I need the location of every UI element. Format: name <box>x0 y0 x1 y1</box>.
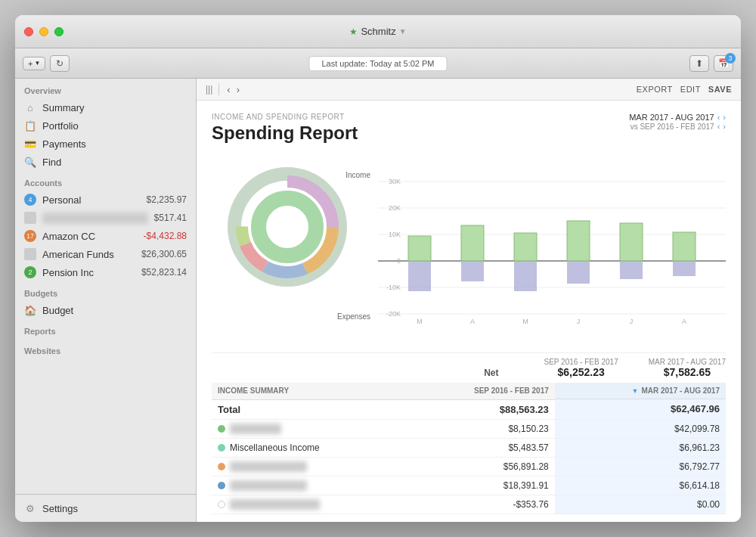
sidebar-item-portfolio[interactable]: 📋 Portfolio <box>15 116 196 135</box>
income-label: Income <box>345 171 370 179</box>
payments-icon: 💳 <box>24 138 36 150</box>
net-period1-label: SEP 2016 - FEB 2017 <box>544 358 618 366</box>
nav-forward-button[interactable]: › <box>235 84 241 95</box>
minimize-button[interactable] <box>39 27 48 36</box>
nav-back-button[interactable]: ‹ <box>225 84 231 95</box>
settings-label: Settings <box>42 503 187 514</box>
sidebar-item-account[interactable]: 2 Pension Inc $52,823.14 <box>15 263 196 281</box>
refresh-button[interactable]: ↻ <box>50 55 70 72</box>
svg-rect-30 <box>673 232 696 261</box>
svg-text:-10K: -10K <box>386 284 401 291</box>
total-period1: $88,563.23 <box>407 399 555 419</box>
donut-chart: Income Expenses <box>212 159 363 340</box>
content-toolbar-left: ||| ‹ › <box>206 83 241 95</box>
summary-icon: ⌂ <box>24 101 36 113</box>
title-chevron: ▼ <box>399 27 407 36</box>
period2-cell: $6,614.18 <box>555 476 726 495</box>
account-value: $52,823.14 <box>141 267 187 278</box>
period2-cell: $6,961.23 <box>555 438 726 457</box>
report-title-block: INCOME AND SPENDING REPORT Spending Repo… <box>212 113 358 151</box>
svg-point-7 <box>268 207 307 247</box>
sidebar-item-account[interactable]: 4 Personal $2,235.97 <box>15 191 196 209</box>
sidebar-item-settings[interactable]: ⚙ Settings <box>24 502 187 514</box>
save-button[interactable]: SAVE <box>708 85 732 94</box>
income-table-body: Total $88,563.23 $62,467.96 ████████ $8,… <box>212 399 726 514</box>
main-content: Overview ⌂ Summary 📋 Portfolio 💳 Payment… <box>15 79 741 522</box>
date-back-button[interactable]: ‹ <box>717 113 720 122</box>
account-name: American Funds <box>42 249 135 260</box>
svg-rect-34 <box>514 261 537 291</box>
export-button[interactable]: EXPORT <box>637 85 673 94</box>
category-label: ████████████ <box>230 480 307 491</box>
upload-icon: ⬆ <box>696 58 703 69</box>
date-forward-button[interactable]: › <box>723 113 726 122</box>
expenses-label: Expenses <box>337 312 370 321</box>
svg-rect-26 <box>567 221 590 261</box>
reports-section-label: Reports <box>15 319 196 339</box>
donut-svg <box>219 159 355 295</box>
period2-cell: $42,099.78 <box>555 419 726 438</box>
net-period1-value: $6,252.23 <box>544 366 618 378</box>
sidebar-item-account[interactable]: American Funds $26,300.65 <box>15 245 196 263</box>
period2-cell: $6,792.77 <box>555 457 726 476</box>
net-row: Net SEP 2016 - FEB 2017 $6,252.23 MAR 20… <box>212 353 726 383</box>
svg-text:J: J <box>630 318 634 325</box>
sidebar-item-summary[interactable]: ⌂ Summary <box>15 98 196 116</box>
edit-button[interactable]: EDIT <box>680 85 701 94</box>
svg-text:20K: 20K <box>389 204 401 212</box>
account-name: Amazon CC <box>42 231 138 242</box>
account-icon <box>24 248 36 260</box>
close-button[interactable] <box>24 27 33 36</box>
date-range: MAR 2017 - AUG 2017 ‹ › vs SEP 2016 - FE… <box>629 113 726 131</box>
sidebar-item-account[interactable]: ██████████ $517.41 <box>15 209 196 227</box>
account-value: $2,235.97 <box>147 194 187 205</box>
zoom-button[interactable] <box>54 27 64 36</box>
sidebar-item-account[interactable]: 17 Amazon CC -$4,432.88 <box>15 227 196 245</box>
svg-text:J: J <box>577 318 581 325</box>
period1-cell: $5,483.57 <box>407 438 555 457</box>
summary-label: Summary <box>42 102 187 113</box>
window-title: ★ Schmitz ▼ <box>349 26 406 37</box>
window-title-text: Schmitz <box>361 26 395 37</box>
total-label: Total <box>212 399 407 419</box>
last-update-text: Last update: Today at 5:02 PM <box>321 59 434 68</box>
report-area: INCOME AND SPENDING REPORT Spending Repo… <box>197 101 741 522</box>
vs-date-forward-button[interactable]: › <box>723 122 726 131</box>
chart-section: Income Expenses <box>212 159 726 340</box>
category-cell: ████████████ <box>212 476 407 495</box>
svg-rect-36 <box>620 261 643 279</box>
svg-text:10K: 10K <box>389 231 401 238</box>
payments-label: Payments <box>42 138 187 150</box>
find-icon: 🔍 <box>24 156 36 168</box>
account-name: ██████████ <box>42 213 148 224</box>
vs-date-back-button[interactable]: ‹ <box>717 122 720 131</box>
accounts-list: 4 Personal $2,235.97 ██████████ $517.41 … <box>15 191 196 281</box>
sidebar-item-budget[interactable]: 🏠 Budget <box>15 301 196 319</box>
category-dot <box>218 425 225 433</box>
net-label: Net <box>484 368 498 378</box>
sidebar-item-find[interactable]: 🔍 Find <box>15 153 196 171</box>
svg-rect-24 <box>514 233 537 261</box>
accounts-section-label: Accounts <box>15 171 196 191</box>
net-period1: SEP 2016 - FEB 2017 $6,252.23 <box>544 358 618 378</box>
svg-text:A: A <box>470 318 475 325</box>
app-toolbar: + ▼ ↻ Last update: Today at 5:02 PM ⬆ 📅 … <box>15 48 741 79</box>
sidebar-item-payments[interactable]: 💳 Payments <box>15 135 196 153</box>
table-row: ████████ $8,150.23 $42,099.78 <box>212 419 726 438</box>
svg-rect-32 <box>408 261 431 291</box>
table-row: Total $88,563.23 $62,467.96 <box>212 399 726 419</box>
category-label: ████████ <box>230 424 281 434</box>
content-toolbar: ||| ‹ › EXPORT EDIT SAVE <box>197 79 741 101</box>
svg-rect-33 <box>461 261 484 281</box>
add-button[interactable]: + ▼ <box>23 57 45 70</box>
table-row: ████████████ $18,391.91 $6,614.18 <box>212 476 726 495</box>
content-area: ||| ‹ › EXPORT EDIT SAVE INCOME AND SPEN… <box>197 79 741 522</box>
titlebar: ★ Schmitz ▼ <box>15 15 741 48</box>
calendar-button[interactable]: 📅 3 <box>714 55 733 72</box>
upload-button[interactable]: ⬆ <box>689 55 709 72</box>
date-range-main-row: MAR 2017 - AUG 2017 ‹ › <box>629 113 726 122</box>
period1-cell: $18,391.91 <box>407 476 555 495</box>
svg-text:A: A <box>682 318 686 325</box>
svg-text:-20K: -20K <box>386 310 401 318</box>
category-label: Miscellaneous Income <box>230 442 320 453</box>
